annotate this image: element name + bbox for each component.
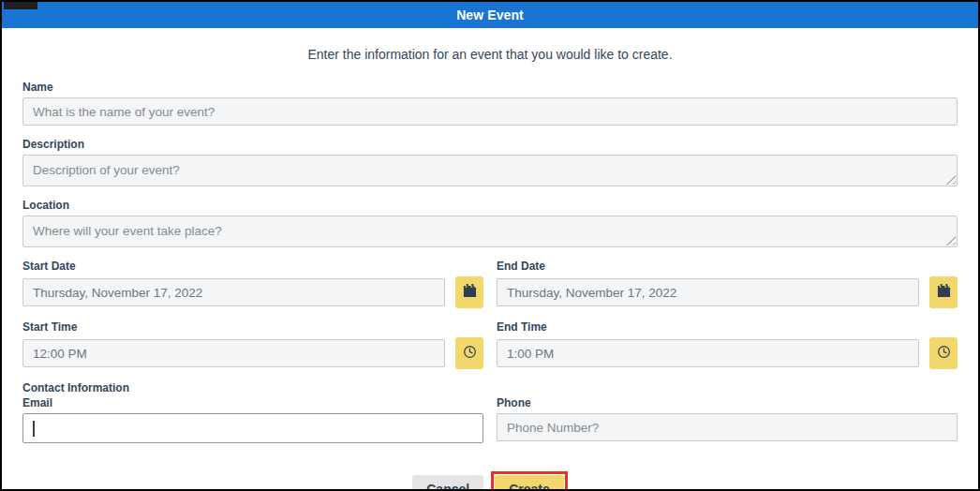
- create-button[interactable]: Create: [495, 475, 564, 491]
- start-date-input[interactable]: [22, 278, 445, 306]
- email-field-group: Email: [22, 396, 483, 443]
- text-caret: [33, 421, 35, 437]
- dialog-body: Enter the information for an event that …: [2, 28, 978, 491]
- start-time-picker-button[interactable]: [455, 337, 483, 369]
- clock-icon: [463, 345, 477, 362]
- end-date-label: End Date: [497, 260, 958, 273]
- start-time-input[interactable]: [22, 339, 445, 367]
- location-field-group: Location: [22, 199, 958, 247]
- location-textarea[interactable]: [22, 216, 958, 247]
- background-fragment: [4, 2, 37, 9]
- dialog-title: New Event: [456, 7, 524, 22]
- date-row: Start Date End Date: [22, 260, 958, 308]
- start-date-picker-button[interactable]: [455, 276, 483, 308]
- description-textarea[interactable]: [22, 155, 958, 186]
- phone-label: Phone: [497, 396, 958, 409]
- name-label: Name: [22, 81, 958, 94]
- end-time-field-group: End Time: [497, 320, 958, 369]
- time-row: Start Time End Time: [22, 320, 958, 369]
- end-time-picker-button[interactable]: [929, 337, 958, 369]
- dialog-header: New Event: [2, 2, 978, 28]
- contact-information-label: Contact Information: [22, 381, 958, 394]
- end-time-label: End Time: [497, 320, 958, 334]
- highlight-annotation: Create: [491, 471, 568, 491]
- end-date-picker-button[interactable]: [929, 276, 958, 308]
- start-time-label: Start Time: [22, 320, 483, 334]
- end-date-field-group: End Date: [497, 260, 958, 308]
- end-time-input[interactable]: [497, 339, 919, 367]
- calendar-icon: [937, 284, 951, 301]
- start-date-field-group: Start Date: [22, 260, 483, 308]
- email-input[interactable]: [22, 413, 483, 443]
- start-time-field-group: Start Time: [22, 320, 483, 369]
- calendar-icon: [463, 284, 477, 301]
- name-input[interactable]: [22, 97, 958, 126]
- cancel-button[interactable]: Cancel: [412, 475, 483, 491]
- new-event-dialog: New Event Enter the information for an e…: [0, 0, 980, 491]
- dialog-footer: Cancel Create: [22, 471, 958, 491]
- phone-input[interactable]: [497, 413, 958, 441]
- description-label: Description: [22, 138, 958, 151]
- end-date-input[interactable]: [497, 278, 919, 306]
- name-field-group: Name: [22, 81, 958, 126]
- clock-icon: [937, 345, 951, 362]
- contact-row: Email Phone: [22, 396, 958, 443]
- phone-field-group: Phone: [497, 396, 958, 443]
- intro-text: Enter the information for an event that …: [22, 47, 958, 62]
- email-label: Email: [22, 396, 483, 409]
- description-field-group: Description: [22, 138, 958, 186]
- location-label: Location: [22, 199, 958, 212]
- start-date-label: Start Date: [22, 260, 483, 273]
